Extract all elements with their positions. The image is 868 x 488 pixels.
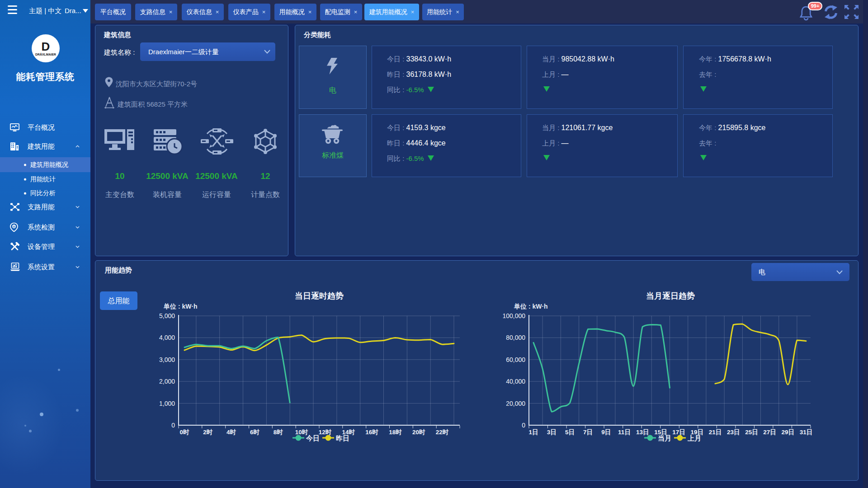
svg-text:20时: 20时 [412, 429, 425, 436]
svg-text:20,000: 20,000 [506, 400, 525, 407]
svg-text:单位 : kW·h: 单位 : kW·h [163, 303, 198, 310]
svg-text:100,000: 100,000 [502, 312, 525, 319]
svg-text:60,000: 60,000 [506, 356, 525, 363]
svg-text:当日逐时趋势: 当日逐时趋势 [295, 291, 344, 300]
svg-text:1,000: 1,000 [159, 400, 175, 407]
svg-text:29日: 29日 [782, 429, 795, 436]
svg-text:27日: 27日 [763, 429, 776, 436]
svg-text:0: 0 [171, 422, 175, 429]
svg-text:今日: 今日 [306, 434, 320, 442]
svg-text:1日: 1日 [528, 429, 538, 436]
svg-text:23日: 23日 [727, 429, 740, 436]
svg-text:4,000: 4,000 [159, 334, 175, 341]
svg-text:11日: 11日 [618, 429, 631, 436]
svg-text:22时: 22时 [436, 429, 449, 436]
svg-text:9日: 9日 [601, 429, 611, 436]
svg-text:6时: 6时 [250, 429, 260, 436]
svg-text:25日: 25日 [745, 429, 758, 436]
svg-text:当月逐日趋势: 当月逐日趋势 [646, 291, 695, 300]
svg-text:昨日: 昨日 [336, 434, 349, 442]
svg-text:2,000: 2,000 [159, 378, 175, 385]
svg-text:3日: 3日 [547, 429, 557, 436]
svg-text:7日: 7日 [583, 429, 593, 436]
svg-text:5,000: 5,000 [159, 312, 175, 319]
svg-text:5日: 5日 [565, 429, 575, 436]
svg-text:8时: 8时 [274, 429, 283, 436]
svg-text:40,000: 40,000 [506, 378, 525, 385]
svg-text:2时: 2时 [203, 429, 213, 436]
svg-text:上月: 上月 [687, 434, 701, 442]
svg-text:12时: 12时 [319, 429, 332, 436]
svg-text:单位 : kW·h: 单位 : kW·h [514, 303, 548, 310]
svg-text:80,000: 80,000 [506, 334, 525, 341]
svg-text:0时: 0时 [179, 429, 189, 436]
svg-text:31日: 31日 [800, 429, 813, 436]
svg-text:当月: 当月 [658, 434, 671, 442]
svg-text:18时: 18时 [389, 429, 402, 436]
svg-text:4时: 4时 [226, 429, 236, 436]
svg-text:16时: 16时 [365, 429, 378, 436]
svg-text:3,000: 3,000 [159, 356, 175, 363]
svg-text:17日: 17日 [672, 429, 685, 436]
svg-text:13日: 13日 [636, 429, 649, 436]
svg-text:0: 0 [522, 422, 525, 429]
svg-text:21日: 21日 [709, 429, 722, 436]
